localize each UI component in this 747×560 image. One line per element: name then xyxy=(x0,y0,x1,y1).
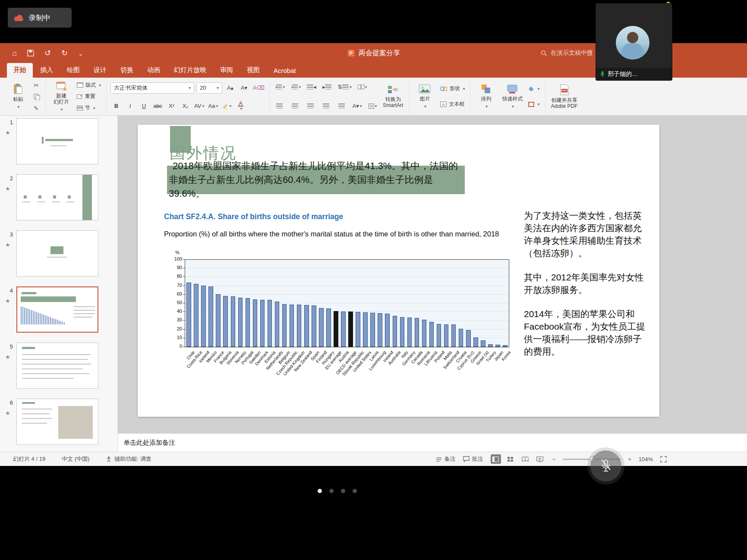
slide-number: 4 xyxy=(3,287,13,294)
tab-8[interactable]: 审阅 xyxy=(214,63,240,78)
slide-sorter-view-button[interactable] xyxy=(505,454,516,464)
highlight-color-icon[interactable] xyxy=(221,101,233,111)
reading-view-button[interactable] xyxy=(520,454,530,464)
redo-icon[interactable] xyxy=(61,48,68,58)
normal-view-button[interactable] xyxy=(491,454,501,464)
indicator-dot-4[interactable] xyxy=(353,489,357,493)
zoom-out-button[interactable]: − xyxy=(552,456,556,462)
chart-subtitle[interactable]: Proportion (%) of all births where the m… xyxy=(164,230,499,238)
new-slide-button[interactable]: 新建幻灯片 xyxy=(50,80,73,113)
language-indicator[interactable]: 中文 (中国) xyxy=(62,455,89,463)
accessibility-checker[interactable]: 辅助功能: 调查 xyxy=(106,455,151,463)
mic-muted-button[interactable] xyxy=(590,450,621,481)
indicator-dot-1[interactable] xyxy=(318,489,322,493)
bullets-icon[interactable] xyxy=(274,82,286,92)
strikethrough-button[interactable]: abe xyxy=(152,101,164,111)
tab-6[interactable]: 动画 xyxy=(141,63,167,78)
slide-thumbnail-6[interactable] xyxy=(16,399,98,445)
increase-indent-icon[interactable]: ▸ xyxy=(321,82,333,92)
comments-toggle[interactable]: 批注 xyxy=(463,455,483,463)
align-center-icon[interactable] xyxy=(289,101,301,111)
slide-thumbnail-4[interactable] xyxy=(16,286,98,333)
italic-button[interactable]: I xyxy=(124,101,136,111)
highlighted-textbox[interactable]: 2018年欧盟国家非婚生子占新生儿比例平均是41.3%。其中，法国的 非婚生子占… xyxy=(167,166,465,194)
superscript-button[interactable]: X² xyxy=(166,101,177,111)
slideshow-view-button[interactable] xyxy=(535,454,545,464)
chart-title[interactable]: Chart SF2.4.A. Share of births outside o… xyxy=(164,212,343,221)
slide-row-6: 6 xyxy=(0,396,117,452)
clear-formatting-icon[interactable]: A⌫ xyxy=(252,83,265,93)
align-text-icon[interactable] xyxy=(367,101,378,111)
shape-fill-icon[interactable] xyxy=(527,86,541,92)
subscript-button[interactable]: X₂ xyxy=(180,101,191,111)
justify-icon[interactable] xyxy=(320,101,332,111)
format-painter-icon[interactable]: ✎ xyxy=(32,104,41,112)
undo-icon[interactable] xyxy=(44,48,51,58)
picture-button[interactable]: 图片 xyxy=(413,83,436,110)
textbox-button[interactable]: A 文本框 xyxy=(439,100,466,108)
tab-1[interactable]: 开始 xyxy=(7,63,33,78)
columns-icon[interactable] xyxy=(356,82,368,92)
indicator-dot-3[interactable] xyxy=(341,489,345,493)
align-left-icon[interactable] xyxy=(274,101,285,111)
tab-5[interactable]: 切换 xyxy=(114,63,140,78)
side-paragraph-3: 2014年，美国的苹果公司和Facebook宣布，为女性员工提供一项福利——报销… xyxy=(524,308,650,358)
home-icon[interactable] xyxy=(12,49,17,58)
slide-thumbnail-2[interactable] xyxy=(16,174,98,220)
side-textbox[interactable]: 为了支持这一类女性，包括英美法在内的许多西方国家都允许单身女性采用辅助生育技术（… xyxy=(524,209,650,369)
align-right-icon[interactable] xyxy=(305,101,316,111)
chart-bar xyxy=(348,311,353,347)
tab-4[interactable]: 设计 xyxy=(87,63,113,78)
notes-toggle[interactable]: 备注 xyxy=(436,455,456,463)
tab-7[interactable]: 幻灯片放映 xyxy=(167,63,213,78)
copy-icon[interactable] xyxy=(32,93,41,101)
text-direction-icon[interactable]: A▾ xyxy=(351,101,363,111)
save-icon[interactable] xyxy=(27,50,34,57)
slide-thumbnail-5[interactable] xyxy=(16,343,98,389)
quick-styles-button[interactable]: 快速样式 xyxy=(500,83,524,110)
shapes-button[interactable]: 形状 xyxy=(439,85,466,93)
create-pdf-button[interactable]: PDF 创建并共享Adobe PDF xyxy=(549,83,580,110)
font-color-button[interactable]: A xyxy=(235,101,246,111)
slide-thumbnail-1[interactable] xyxy=(16,118,98,164)
underline-button[interactable]: U xyxy=(138,101,150,111)
distribute-icon[interactable] xyxy=(336,101,347,111)
slide-counter[interactable]: 幻灯片 4 / 19 xyxy=(13,455,45,463)
numbering-icon[interactable] xyxy=(290,82,302,92)
shape-outline-icon[interactable] xyxy=(527,101,541,107)
grow-font-icon[interactable]: A▴ xyxy=(224,83,236,93)
recording-badge[interactable]: 录制中 xyxy=(8,8,72,28)
fit-slide-button[interactable] xyxy=(660,456,667,462)
arrange-button[interactable]: 排列 xyxy=(474,83,498,110)
line-spacing-icon[interactable]: ⇅ xyxy=(337,82,353,92)
convert-smartart-button[interactable]: 转换为SmartArt xyxy=(381,84,405,109)
reset-button[interactable]: 重置 xyxy=(76,92,102,101)
participant-video-tile[interactable]: 邢子烟的… xyxy=(596,3,672,80)
shrink-font-icon[interactable]: A▾ xyxy=(238,83,250,93)
tab-3[interactable]: 绘图 xyxy=(60,63,86,78)
character-spacing-button[interactable]: AV xyxy=(193,101,205,111)
font-name-combo[interactable]: 方正书宋简体 xyxy=(110,82,194,94)
slide-thumbnail-3[interactable] xyxy=(16,230,98,277)
bar-chart[interactable]: % 0102030405060708090100 ChileCosta Rica… xyxy=(164,242,522,376)
tab-9[interactable]: 视图 xyxy=(240,63,266,78)
indicator-dot-2[interactable] xyxy=(329,489,334,493)
tab-2[interactable]: 插入 xyxy=(34,63,60,78)
animation-star-icon xyxy=(5,129,10,136)
font-size-combo[interactable]: 20 xyxy=(196,82,222,94)
zoom-in-button[interactable]: + xyxy=(628,456,631,462)
zoom-percentage[interactable]: 104% xyxy=(639,456,653,462)
cut-icon[interactable]: ✂ xyxy=(32,81,41,90)
change-case-button[interactable]: Aa xyxy=(207,101,219,111)
paste-button[interactable]: 粘贴 xyxy=(6,82,30,111)
layout-button[interactable]: 版式 xyxy=(76,81,102,89)
bold-button[interactable]: B xyxy=(110,101,122,111)
search-field[interactable]: 在演示文稿中搜 xyxy=(541,49,593,57)
decrease-indent-icon[interactable]: ◂ xyxy=(306,82,317,92)
chart-bar xyxy=(400,317,405,347)
customize-toolbar-icon[interactable] xyxy=(78,49,83,58)
notes-pane[interactable]: 单击此处添加备注 xyxy=(118,433,747,452)
section-button[interactable]: 节 xyxy=(76,104,102,112)
chart-bar xyxy=(444,324,449,347)
tab-10[interactable]: Acrobat xyxy=(267,64,303,78)
